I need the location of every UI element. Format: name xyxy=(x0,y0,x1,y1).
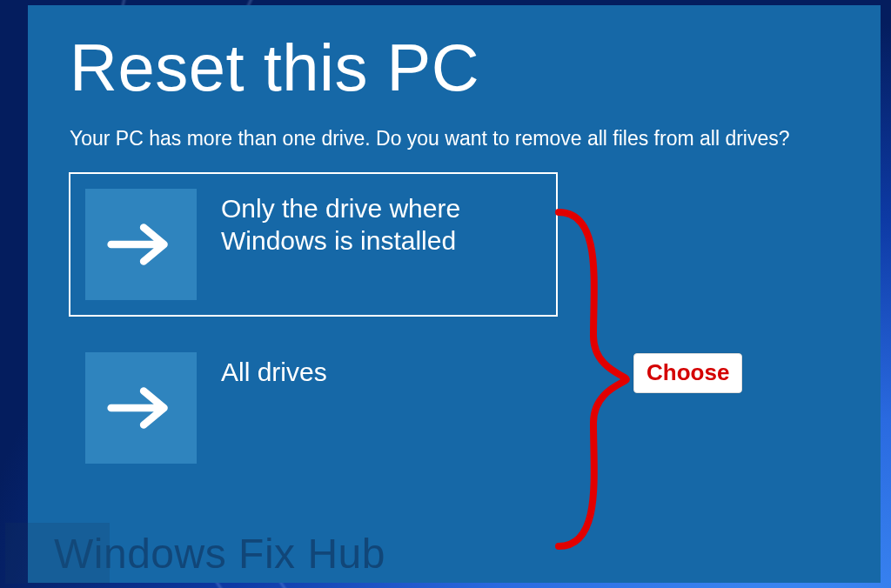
option-label: Only the drive where Windows is installe… xyxy=(221,189,499,257)
arrow-right-icon xyxy=(85,189,197,300)
option-label: All drives xyxy=(221,352,327,389)
option-only-windows-drive[interactable]: Only the drive where Windows is installe… xyxy=(70,173,557,316)
prompt-text: Your PC has more than one drive. Do you … xyxy=(70,127,839,150)
watermark-text: Windows Fix Hub xyxy=(54,530,385,578)
choose-badge: Choose xyxy=(633,353,742,393)
option-all-drives[interactable]: All drives xyxy=(70,337,557,479)
reset-pc-panel: Reset this PC Your PC has more than one … xyxy=(28,5,881,583)
arrow-right-icon xyxy=(85,352,197,464)
page-title: Reset this PC xyxy=(70,33,839,103)
